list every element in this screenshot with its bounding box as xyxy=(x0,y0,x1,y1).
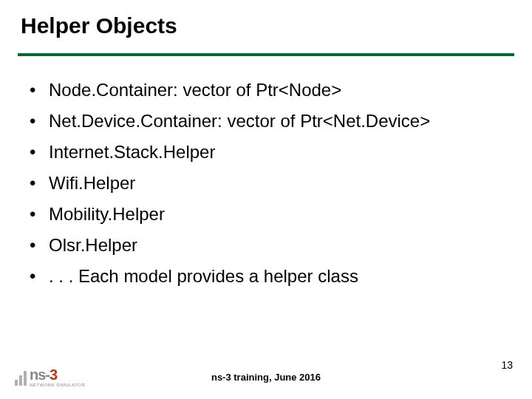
signal-bars-icon xyxy=(15,369,27,386)
logo-three: 3 xyxy=(50,367,57,382)
logo-main: ns-3 xyxy=(30,367,85,382)
slide-body: Node.Container: vector of Ptr<Node> Net.… xyxy=(30,81,502,299)
list-item: Internet.Stack.Helper xyxy=(30,143,502,161)
bullet-list: Node.Container: vector of Ptr<Node> Net.… xyxy=(30,81,502,285)
page-number: 13 xyxy=(501,359,513,371)
list-item: Olsr.Helper xyxy=(30,236,502,254)
list-item: Net.Device.Container: vector of Ptr<Net.… xyxy=(30,112,502,130)
list-item: . . . Each model provides a helper class xyxy=(30,267,502,285)
ns3-logo: ns-3 NETWORK SIMULATOR xyxy=(15,367,85,387)
slide-title: Helper Objects xyxy=(21,13,177,38)
logo-subtitle: NETWORK SIMULATOR xyxy=(30,383,85,387)
list-item: Wifi.Helper xyxy=(30,174,502,192)
logo-ns: ns- xyxy=(30,367,50,382)
list-item: Node.Container: vector of Ptr<Node> xyxy=(30,81,502,99)
title-underline xyxy=(18,53,514,56)
logo-text: ns-3 NETWORK SIMULATOR xyxy=(30,367,85,387)
list-item: Mobility.Helper xyxy=(30,205,502,223)
slide: Helper Objects Node.Container: vector of… xyxy=(0,0,532,399)
